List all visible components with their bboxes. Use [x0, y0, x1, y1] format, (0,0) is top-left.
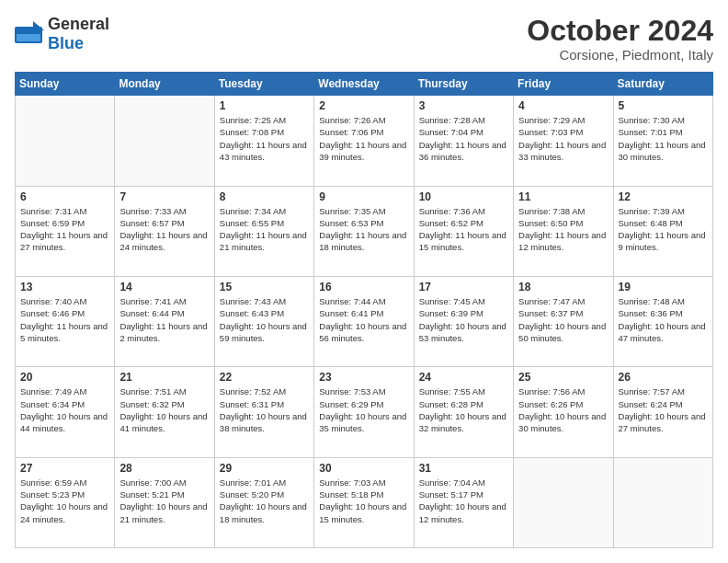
day-info: Sunrise: 7:26 AM Sunset: 7:06 PM Dayligh… [319, 114, 408, 163]
weekday-thursday: Thursday [414, 73, 513, 96]
day-number: 20 [20, 371, 109, 384]
header: General Blue October 2024 Corsione, Pied… [15, 15, 713, 63]
day-number: 6 [20, 190, 109, 203]
weekday-monday: Monday [115, 73, 214, 96]
calendar-cell: 19Sunrise: 7:48 AM Sunset: 6:36 PM Dayli… [613, 276, 712, 366]
calendar-cell: 22Sunrise: 7:52 AM Sunset: 6:31 PM Dayli… [214, 367, 313, 457]
day-info: Sunrise: 7:29 AM Sunset: 7:03 PM Dayligh… [518, 114, 608, 163]
calendar-cell: 1Sunrise: 7:25 AM Sunset: 7:08 PM Daylig… [214, 96, 313, 186]
day-info: Sunrise: 7:44 AM Sunset: 6:41 PM Dayligh… [319, 295, 408, 344]
day-info: Sunrise: 7:57 AM Sunset: 6:24 PM Dayligh… [619, 385, 708, 434]
day-info: Sunrise: 6:59 AM Sunset: 5:23 PM Dayligh… [20, 477, 109, 525]
day-number: 10 [419, 190, 508, 203]
day-info: Sunrise: 7:00 AM Sunset: 5:21 PM Dayligh… [119, 477, 209, 525]
day-number: 18 [518, 281, 608, 293]
calendar-cell: 8Sunrise: 7:34 AM Sunset: 6:55 PM Daylig… [214, 186, 313, 276]
calendar-cell: 3Sunrise: 7:28 AM Sunset: 7:04 PM Daylig… [414, 96, 513, 186]
calendar-cell: 21Sunrise: 7:51 AM Sunset: 6:32 PM Dayli… [115, 367, 214, 457]
day-number: 29 [220, 462, 309, 475]
day-number: 16 [319, 281, 408, 293]
day-info: Sunrise: 7:52 AM Sunset: 6:31 PM Dayligh… [220, 385, 309, 434]
day-number: 23 [319, 371, 408, 384]
day-info: Sunrise: 7:43 AM Sunset: 6:43 PM Dayligh… [220, 295, 309, 344]
day-info: Sunrise: 7:45 AM Sunset: 6:39 PM Dayligh… [419, 295, 508, 344]
weekday-sunday: Sunday [16, 73, 115, 96]
day-number: 1 [220, 99, 309, 112]
day-info: Sunrise: 7:03 AM Sunset: 5:18 PM Dayligh… [319, 477, 408, 525]
calendar-cell: 17Sunrise: 7:45 AM Sunset: 6:39 PM Dayli… [414, 276, 513, 366]
day-number: 13 [20, 281, 109, 293]
calendar-cell [16, 96, 115, 186]
calendar-cell: 29Sunrise: 7:01 AM Sunset: 5:20 PM Dayli… [214, 457, 313, 547]
logo-blue: Blue [48, 34, 84, 52]
day-number: 28 [119, 462, 209, 475]
day-info: Sunrise: 7:51 AM Sunset: 6:32 PM Dayligh… [119, 385, 209, 434]
logo-general: General [48, 15, 109, 33]
calendar-week-0: 1Sunrise: 7:25 AM Sunset: 7:08 PM Daylig… [16, 96, 713, 186]
weekday-friday: Friday [514, 73, 613, 96]
calendar-cell: 26Sunrise: 7:57 AM Sunset: 6:24 PM Dayli… [613, 367, 712, 457]
day-number: 30 [319, 462, 408, 475]
day-info: Sunrise: 7:01 AM Sunset: 5:20 PM Dayligh… [220, 477, 309, 525]
day-info: Sunrise: 7:25 AM Sunset: 7:08 PM Dayligh… [220, 114, 309, 163]
calendar-cell: 27Sunrise: 6:59 AM Sunset: 5:23 PM Dayli… [16, 457, 115, 547]
day-number: 9 [319, 190, 408, 203]
day-number: 22 [220, 371, 309, 384]
title-block: October 2024 Corsione, Piedmont, Italy [527, 15, 713, 63]
day-info: Sunrise: 7:55 AM Sunset: 6:28 PM Dayligh… [419, 385, 508, 434]
calendar-cell: 18Sunrise: 7:47 AM Sunset: 6:37 PM Dayli… [514, 276, 613, 366]
calendar-cell: 11Sunrise: 7:38 AM Sunset: 6:50 PM Dayli… [514, 186, 613, 276]
day-info: Sunrise: 7:34 AM Sunset: 6:55 PM Dayligh… [220, 205, 309, 254]
calendar-cell: 25Sunrise: 7:56 AM Sunset: 6:26 PM Dayli… [514, 367, 613, 457]
day-number: 4 [518, 99, 608, 112]
day-number: 21 [119, 371, 209, 384]
calendar-cell: 4Sunrise: 7:29 AM Sunset: 7:03 PM Daylig… [514, 96, 613, 186]
day-number: 25 [518, 371, 608, 384]
day-info: Sunrise: 7:47 AM Sunset: 6:37 PM Dayligh… [518, 295, 608, 344]
day-info: Sunrise: 7:33 AM Sunset: 6:57 PM Dayligh… [119, 205, 209, 254]
calendar-week-1: 6Sunrise: 7:31 AM Sunset: 6:59 PM Daylig… [16, 186, 713, 276]
day-number: 31 [419, 462, 508, 475]
weekday-header: SundayMondayTuesdayWednesdayThursdayFrid… [16, 73, 713, 96]
calendar-cell: 16Sunrise: 7:44 AM Sunset: 6:41 PM Dayli… [314, 276, 414, 366]
day-info: Sunrise: 7:49 AM Sunset: 6:34 PM Dayligh… [20, 385, 109, 434]
day-number: 11 [518, 190, 608, 203]
day-number: 14 [119, 281, 209, 293]
calendar-cell: 24Sunrise: 7:55 AM Sunset: 6:28 PM Dayli… [414, 367, 513, 457]
day-info: Sunrise: 7:40 AM Sunset: 6:46 PM Dayligh… [20, 295, 109, 344]
calendar-cell: 28Sunrise: 7:00 AM Sunset: 5:21 PM Dayli… [115, 457, 214, 547]
day-info: Sunrise: 7:39 AM Sunset: 6:48 PM Dayligh… [619, 205, 708, 254]
calendar-week-2: 13Sunrise: 7:40 AM Sunset: 6:46 PM Dayli… [16, 276, 713, 366]
calendar-cell: 13Sunrise: 7:40 AM Sunset: 6:46 PM Dayli… [16, 276, 115, 366]
calendar-cell: 10Sunrise: 7:36 AM Sunset: 6:52 PM Dayli… [414, 186, 513, 276]
day-number: 27 [20, 462, 109, 475]
day-info: Sunrise: 7:38 AM Sunset: 6:50 PM Dayligh… [518, 205, 608, 254]
day-info: Sunrise: 7:53 AM Sunset: 6:29 PM Dayligh… [319, 385, 408, 434]
day-number: 7 [119, 190, 209, 203]
day-number: 15 [220, 281, 309, 293]
weekday-tuesday: Tuesday [214, 73, 313, 96]
day-info: Sunrise: 7:36 AM Sunset: 6:52 PM Dayligh… [419, 205, 508, 254]
day-number: 19 [619, 281, 708, 293]
calendar-cell: 30Sunrise: 7:03 AM Sunset: 5:18 PM Dayli… [314, 457, 414, 547]
day-number: 26 [619, 371, 708, 384]
logo: General Blue [15, 15, 109, 53]
calendar-cell: 14Sunrise: 7:41 AM Sunset: 6:44 PM Dayli… [115, 276, 214, 366]
day-number: 17 [419, 281, 508, 293]
day-info: Sunrise: 7:04 AM Sunset: 5:17 PM Dayligh… [419, 477, 508, 525]
weekday-wednesday: Wednesday [314, 73, 414, 96]
calendar-cell [613, 457, 712, 547]
day-number: 12 [619, 190, 708, 203]
calendar-cell: 12Sunrise: 7:39 AM Sunset: 6:48 PM Dayli… [613, 186, 712, 276]
day-number: 3 [419, 99, 508, 112]
day-info: Sunrise: 7:31 AM Sunset: 6:59 PM Dayligh… [20, 205, 109, 254]
day-info: Sunrise: 7:56 AM Sunset: 6:26 PM Dayligh… [518, 385, 608, 434]
calendar-cell: 6Sunrise: 7:31 AM Sunset: 6:59 PM Daylig… [16, 186, 115, 276]
day-info: Sunrise: 7:41 AM Sunset: 6:44 PM Dayligh… [119, 295, 209, 344]
day-info: Sunrise: 7:28 AM Sunset: 7:04 PM Dayligh… [419, 114, 508, 163]
calendar-cell: 23Sunrise: 7:53 AM Sunset: 6:29 PM Dayli… [314, 367, 414, 457]
location: Corsione, Piedmont, Italy [527, 47, 713, 63]
calendar-cell: 7Sunrise: 7:33 AM Sunset: 6:57 PM Daylig… [115, 186, 214, 276]
day-info: Sunrise: 7:35 AM Sunset: 6:53 PM Dayligh… [319, 205, 408, 254]
calendar-week-4: 27Sunrise: 6:59 AM Sunset: 5:23 PM Dayli… [16, 457, 713, 547]
